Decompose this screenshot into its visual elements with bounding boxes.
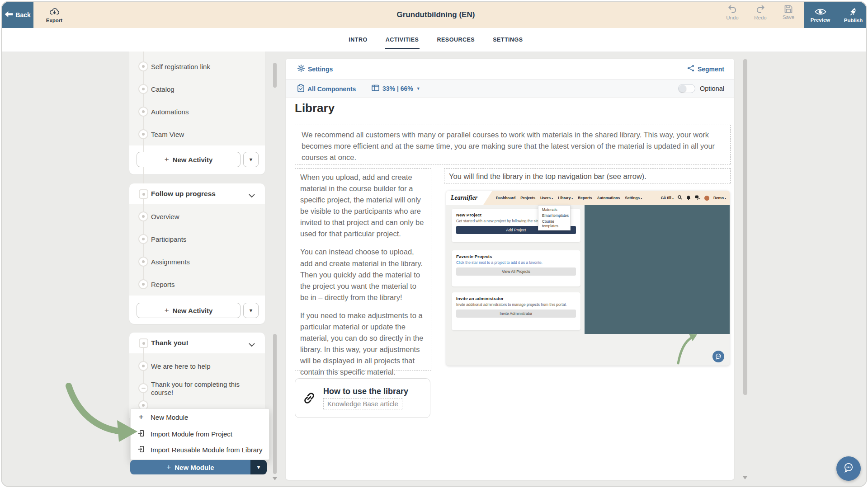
library-menu-course-templates[interactable]: Course templates bbox=[538, 219, 570, 228]
optional-toggle[interactable] bbox=[678, 84, 695, 93]
knowledge-base-link-card[interactable]: How to use the library Knowledge Base ar… bbox=[295, 378, 430, 418]
nav-automations[interactable]: Automations bbox=[597, 196, 620, 200]
sidebar-item-automations[interactable]: Automations bbox=[151, 108, 189, 116]
tab-settings[interactable]: SETTINGS bbox=[492, 33, 524, 47]
tab-intro[interactable]: INTRO bbox=[348, 33, 368, 47]
nav-users[interactable]: Users▾ bbox=[540, 196, 553, 200]
chevron-down-icon[interactable] bbox=[249, 341, 255, 349]
chevron-down-icon[interactable] bbox=[249, 192, 255, 200]
sidebar-item-catalog[interactable]: Catalog bbox=[151, 85, 175, 93]
library-menu-email-templates[interactable]: Email templates bbox=[538, 213, 570, 218]
module-header-thank-you[interactable]: Thank you! bbox=[151, 339, 189, 347]
invite-administrator-button[interactable]: Invite Administrator bbox=[456, 310, 576, 318]
view-all-projects-button[interactable]: View All Projects bbox=[456, 267, 576, 276]
component-toolbar-row: All Components 33% | 66% ▼ Optional bbox=[286, 80, 734, 98]
caption-text: You will find the library in the top nav… bbox=[449, 172, 646, 180]
new-activity-dropdown-button[interactable]: ▼ bbox=[243, 303, 259, 318]
card-title: Invite an administrator bbox=[456, 296, 576, 301]
activity-bullet bbox=[138, 361, 148, 371]
new-activity-button[interactable]: + New Activity bbox=[137, 152, 241, 167]
chat-bubble-icon bbox=[841, 460, 856, 477]
all-components-label: All Components bbox=[307, 85, 356, 93]
publish-button[interactable]: Publish bbox=[837, 2, 867, 28]
rocket-icon bbox=[849, 7, 858, 17]
sidebar-item-overview[interactable]: Overview bbox=[151, 213, 179, 221]
left-text-block[interactable]: When you upload, add and create material… bbox=[295, 168, 431, 371]
undo-icon bbox=[728, 5, 737, 14]
sidebar-item-reports[interactable]: Reports bbox=[151, 281, 175, 288]
sidebar-item-team-view[interactable]: Team View bbox=[151, 131, 184, 138]
nav-library[interactable]: Library▾ bbox=[558, 196, 573, 200]
new-module-dropdown-button[interactable]: ▼ bbox=[250, 460, 267, 474]
nav-dashboard[interactable]: Dashboard bbox=[496, 196, 515, 200]
sidebar-module-card-2: Follow up progress Overview Participants… bbox=[129, 183, 265, 324]
undo-button[interactable]: Undo bbox=[722, 5, 742, 20]
all-components-button[interactable]: All Components bbox=[297, 84, 356, 94]
nav-projects[interactable]: Projects bbox=[520, 196, 535, 200]
export-label: Export bbox=[46, 18, 62, 23]
sidebar-item-we-are-here-to-help[interactable]: We are here to help bbox=[151, 362, 210, 370]
segment-link[interactable]: Segment bbox=[687, 65, 724, 73]
caret-down-icon: ▾ bbox=[672, 197, 674, 200]
main-scrollbar-thumb[interactable] bbox=[743, 59, 747, 395]
caret-down-icon: ▾ bbox=[552, 197, 553, 200]
intro-text: We recommend all customers with many or … bbox=[302, 131, 715, 161]
sidebar-item-assignments[interactable]: Assignments bbox=[151, 258, 190, 266]
card-link[interactable]: Click the star next to a project to add … bbox=[456, 260, 576, 265]
sidebar-scrollbar-thumb[interactable] bbox=[273, 334, 277, 474]
tab-activities[interactable]: ACTIVITIES bbox=[385, 33, 420, 47]
tab-bar: INTRO ACTIVITIES RESOURCES SETTINGS bbox=[2, 28, 867, 52]
sidebar-item-participants[interactable]: Participants bbox=[151, 235, 186, 243]
new-activity-button[interactable]: + New Activity bbox=[137, 303, 241, 318]
module-header-follow-up-progress[interactable]: Follow up progress bbox=[151, 190, 216, 198]
menu-item-import-module-from-project[interactable]: Import Module from Project bbox=[131, 427, 269, 441]
chat-bubbles-icon[interactable] bbox=[695, 195, 700, 201]
nav-reports[interactable]: Reports bbox=[578, 196, 592, 200]
save-button[interactable]: Save bbox=[778, 5, 798, 20]
support-chat-button[interactable] bbox=[836, 456, 861, 481]
menu-item-new-module[interactable]: + New Module bbox=[131, 410, 269, 424]
caret-down-icon: ▾ bbox=[725, 197, 726, 200]
save-icon bbox=[784, 5, 793, 14]
nav-settings[interactable]: Settings▾ bbox=[625, 196, 642, 200]
new-module-button[interactable]: + New Module bbox=[130, 460, 250, 474]
intro-text-block[interactable]: We recommend all customers with many or … bbox=[295, 125, 731, 164]
plus-icon: + bbox=[166, 463, 171, 472]
preview-button[interactable]: Preview bbox=[804, 2, 837, 28]
activity-bullet bbox=[138, 234, 148, 244]
sidebar-scroll-down-arrow[interactable] bbox=[273, 477, 277, 480]
right-caption-block[interactable]: You will find the library in the top nav… bbox=[444, 168, 731, 183]
menu-item-label: Import Module from Project bbox=[151, 430, 232, 438]
embedded-screenshot: Learnifier Dashboard Projects Users▾ Lib… bbox=[446, 191, 730, 366]
sidebar-scrollbar-thumb[interactable] bbox=[273, 63, 277, 88]
search-icon[interactable] bbox=[678, 195, 682, 201]
layout-split-label: 33% | 66% bbox=[382, 85, 413, 92]
screenshot-right-panel bbox=[585, 205, 730, 334]
activity-bullet-minus bbox=[138, 383, 148, 393]
user-menu[interactable]: Demo▾ bbox=[713, 196, 726, 200]
layout-split-button[interactable]: 33% | 66% ▼ bbox=[372, 84, 420, 93]
sidebar-item-thank-you-for-completing[interactable]: Thank you for completing this course! bbox=[151, 380, 248, 397]
redo-icon bbox=[756, 5, 765, 14]
screenshot-nav-menu: Dashboard Projects Users▾ Library▾ Repor… bbox=[496, 191, 642, 205]
sidebar-item-self-registration-link[interactable]: Self registration link bbox=[151, 63, 210, 70]
clipboard-check-icon bbox=[297, 84, 304, 94]
menu-item-import-reusable-module[interactable]: Import Reusable Module from Library bbox=[131, 443, 269, 456]
new-activity-label: New Activity bbox=[173, 307, 213, 314]
activity-bullet bbox=[138, 211, 148, 221]
export-button[interactable]: Export bbox=[40, 5, 69, 25]
back-button[interactable]: Back bbox=[2, 2, 33, 28]
bell-icon[interactable] bbox=[686, 195, 691, 201]
tab-resources[interactable]: RESOURCES bbox=[436, 33, 476, 47]
library-menu-materials[interactable]: Materials bbox=[538, 207, 570, 212]
go-to-menu[interactable]: Gå till▾ bbox=[661, 196, 674, 200]
avatar[interactable] bbox=[704, 196, 709, 201]
main-scroll-down-arrow[interactable] bbox=[743, 476, 747, 479]
optional-label: Optional bbox=[700, 85, 724, 92]
editor-header-row: Settings Segment bbox=[286, 59, 734, 80]
new-activity-dropdown-button[interactable]: ▼ bbox=[243, 152, 259, 167]
favorite-projects-card: Favorite Projects Click the star next to… bbox=[452, 250, 580, 286]
new-activity-label: New Activity bbox=[173, 156, 213, 164]
settings-link[interactable]: Settings bbox=[297, 65, 333, 73]
redo-button[interactable]: Redo bbox=[750, 5, 770, 20]
